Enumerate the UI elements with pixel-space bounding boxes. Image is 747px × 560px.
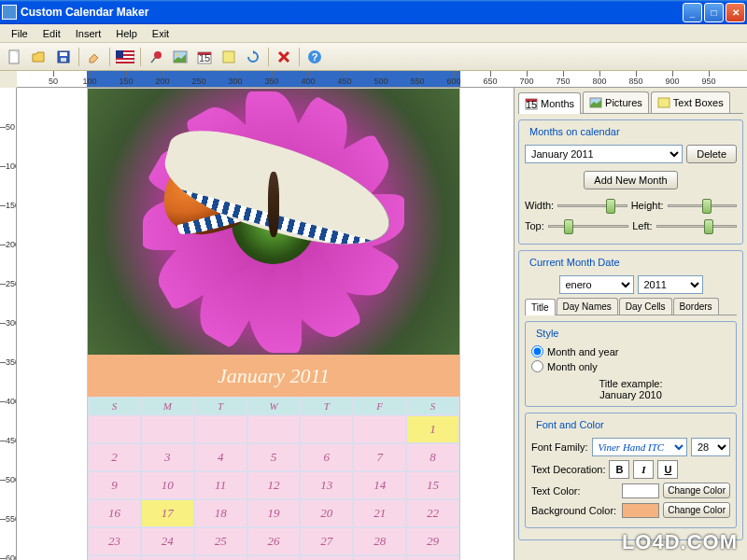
svg-point-13 [176, 53, 179, 56]
image-icon[interactable] [169, 46, 191, 68]
title-example-value: January 2010 [531, 389, 730, 400]
left-slider[interactable] [656, 217, 737, 234]
top-slider[interactable] [548, 217, 628, 234]
style-fieldset: Style Month and year Month only Title ex… [525, 321, 737, 407]
calendar-title[interactable]: January 2011 [88, 355, 459, 397]
save-icon[interactable] [52, 46, 75, 68]
calendar-page[interactable]: January 2011 SMTWTFS 1234567891011121314… [87, 88, 460, 560]
butterfly-graphic [162, 147, 386, 269]
subtab-daycells[interactable]: Day Cells [619, 298, 672, 315]
new-icon[interactable] [4, 46, 26, 68]
months-fieldset: Months on calendar January 2011 Delete A… [518, 119, 743, 245]
help-icon[interactable]: ? [303, 46, 326, 68]
svg-rect-9 [116, 50, 123, 58]
menu-exit[interactable]: Exit [145, 26, 176, 41]
ruler-horizontal: 5010015020025030035040045050055060065070… [17, 71, 747, 88]
bold-button[interactable]: B [609, 460, 629, 479]
app-icon [2, 5, 17, 20]
tab-textboxes[interactable]: Text Boxes [651, 91, 730, 113]
menu-insert[interactable]: Insert [68, 26, 109, 41]
svg-rect-2 [60, 52, 67, 56]
window-title: Custom Calendar Maker [21, 6, 681, 19]
svg-rect-8 [116, 62, 134, 63]
svg-rect-7 [116, 58, 134, 60]
height-slider[interactable] [668, 197, 737, 214]
radio-month-only[interactable] [531, 360, 543, 372]
italic-button[interactable]: I [633, 460, 654, 479]
bg-color-swatch [622, 503, 659, 518]
open-icon[interactable] [28, 46, 50, 68]
watermark: LO4D.COM [622, 530, 738, 554]
text-color-swatch [622, 483, 659, 498]
panel-tabs: 15Months Pictures Text Boxes [518, 91, 743, 114]
menubar: File Edit Insert Help Exit [0, 24, 747, 43]
canvas[interactable]: January 2011 SMTWTFS 1234567891011121314… [17, 88, 514, 560]
svg-rect-24 [658, 98, 669, 107]
subtab-daynames[interactable]: Day Names [557, 298, 618, 315]
minimize-button[interactable]: _ [683, 3, 702, 22]
subtab-title[interactable]: Title [525, 299, 556, 315]
menu-edit[interactable]: Edit [35, 26, 68, 41]
note-icon[interactable] [218, 46, 240, 68]
subtab-borders[interactable]: Borders [673, 298, 719, 315]
svg-text:?: ? [312, 51, 318, 63]
ruler-vertical: 50100150200250300350400450500550600 [0, 88, 17, 560]
calendar-photo[interactable] [88, 89, 459, 355]
calendar-body[interactable]: 1234567891011121314151617181920212223242… [88, 415, 459, 560]
svg-text:15: 15 [526, 99, 537, 110]
font-fieldset: Font and Color Font Family: Viner Hand I… [525, 413, 737, 528]
flag-icon[interactable] [114, 46, 136, 68]
eraser-icon[interactable] [83, 46, 106, 68]
title-example-label: Title example: [531, 378, 730, 389]
calendar-icon[interactable]: 15 [193, 46, 216, 68]
current-year-select[interactable]: 2011 [638, 275, 703, 294]
font-family-select[interactable]: Viner Hand ITC [592, 438, 687, 456]
maximize-button[interactable]: □ [704, 3, 724, 22]
radio-month-year[interactable] [531, 345, 543, 357]
calendar-header: SMTWTFS [88, 397, 459, 415]
delete-button[interactable]: Delete [686, 145, 737, 163]
subtabs: Title Day Names Day Cells Borders [525, 298, 737, 315]
underline-button[interactable]: U [657, 460, 678, 479]
close-button[interactable]: ✕ [726, 3, 745, 22]
change-text-color-button[interactable]: Change Color [663, 483, 730, 498]
add-month-button[interactable]: Add New Month [584, 171, 677, 189]
svg-line-11 [151, 57, 156, 63]
current-month-fieldset: Current Month Date enero 2011 Title Day … [518, 250, 743, 540]
month-select[interactable]: January 2011 [525, 145, 683, 163]
pin-icon[interactable] [145, 46, 167, 68]
font-size-select[interactable]: 28 [691, 438, 730, 456]
tab-months[interactable]: 15Months [518, 92, 581, 114]
svg-text:15: 15 [199, 52, 210, 63]
current-month-select[interactable]: enero [559, 275, 634, 294]
titlebar: Custom Calendar Maker _ □ ✕ [0, 0, 747, 24]
delete-icon[interactable] [273, 46, 295, 68]
width-slider[interactable] [557, 197, 627, 214]
side-panel: ➡ 15Months Pictures Text Boxes Months on… [514, 88, 747, 560]
svg-rect-3 [61, 58, 66, 62]
menu-file[interactable]: File [4, 26, 35, 41]
svg-rect-17 [223, 51, 234, 63]
menu-help[interactable]: Help [108, 26, 145, 41]
change-bg-color-button[interactable]: Change Color [663, 502, 730, 518]
refresh-icon[interactable] [242, 46, 264, 68]
tab-pictures[interactable]: Pictures [583, 91, 649, 113]
toolbar: 15 ? [0, 43, 747, 71]
